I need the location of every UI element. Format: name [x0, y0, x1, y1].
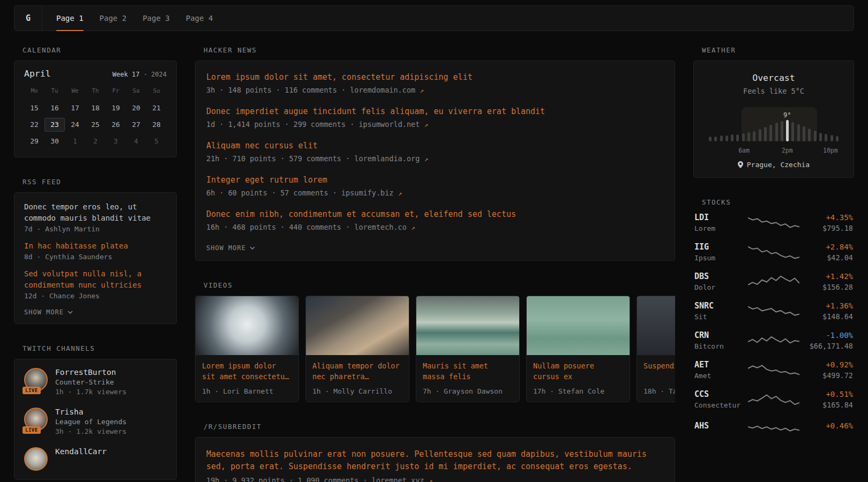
video-card[interactable]: Suspendisse diam 18h · Tara: [637, 296, 675, 402]
video-title[interactable]: Mauris sit amet massa felis: [423, 361, 513, 382]
live-badge: LIVE: [23, 426, 41, 434]
stock-change: +0.51%: [805, 390, 853, 398]
rss-item[interactable]: In hac habitasse platea 8d · Cynthia Sau…: [24, 240, 167, 261]
rss-item-title[interactable]: In hac habitasse platea: [24, 240, 167, 252]
video-title[interactable]: Suspendisse diam: [643, 361, 675, 372]
twitch-widget: TWITCH CHANNELS LIVE ForrestBurton Count…: [14, 344, 177, 480]
rss-widget: RSS FEED Donec tempor eros leo, ut commo…: [14, 178, 177, 324]
video-card[interactable]: Nullam posuere cursus ex 17h · Stefan Co…: [526, 296, 630, 402]
weather-hour-bar: [759, 129, 761, 141]
twitch-channel-row[interactable]: LIVE Trisha League of Legends 3h · 1.2k …: [24, 408, 167, 435]
video-card[interactable]: Aliquam tempor dolor nec pharetra… 1h · …: [305, 296, 409, 402]
videos-row: Lorem ipsum dolor sit amet consectetu… 1…: [195, 296, 675, 402]
video-title[interactable]: Aliquam tempor dolor nec pharetra…: [312, 361, 402, 382]
stock-id: IIG Ipsum: [694, 242, 743, 262]
external-link-icon[interactable]: ↗: [411, 223, 415, 231]
stock-row[interactable]: CRN Bitcorn -1.00% $66,171.48: [694, 330, 853, 350]
twitch-channel-row[interactable]: KendallCarr: [24, 447, 167, 471]
hn-item-domain[interactable]: loremtech.co: [354, 223, 407, 231]
stock-figures: -1.00% $66,171.48: [805, 331, 853, 350]
video-title[interactable]: Lorem ipsum dolor sit amet consectetu…: [202, 361, 292, 382]
stock-value: $66,171.48: [805, 342, 853, 350]
weather-hour-bar: [753, 131, 755, 141]
video-thumbnail: [527, 296, 630, 355]
app-logo[interactable]: G: [14, 6, 42, 31]
hn-item-title[interactable]: Donec enim nibh, condimentum et accumsan…: [206, 209, 516, 220]
weather-hour-bar: [825, 134, 827, 141]
stock-id: CRN Bitcorn: [694, 330, 743, 350]
stock-row[interactable]: DBS Dolor +1.42% $156.28: [694, 272, 853, 291]
calendar-day: 20: [126, 101, 146, 115]
show-more-label: SHOW MORE: [24, 308, 64, 316]
video-card[interactable]: Mauris sit amet massa felis 7h · Grayson…: [416, 296, 520, 402]
stock-sparkline: [743, 362, 805, 378]
hn-item-title[interactable]: Donec imperdiet augue tincidunt felis al…: [206, 106, 545, 117]
calendar-weekday: Th: [85, 85, 106, 99]
calendar-year: 2024: [151, 71, 167, 78]
stock-figures: +2.84% $42.04: [805, 243, 853, 262]
external-link-icon[interactable]: ↗: [398, 189, 402, 197]
video-card[interactable]: Lorem ipsum dolor sit amet consectetu… 1…: [195, 296, 299, 402]
external-link-icon[interactable]: ↗: [424, 155, 428, 163]
hn-item-title[interactable]: Integer eget rutrum lorem: [206, 175, 327, 186]
twitch-channel-name[interactable]: KendallCarr: [55, 447, 107, 456]
hn-item-title[interactable]: Aliquam nec cursus elit: [206, 140, 318, 152]
twitch-channel-info: KendallCarr: [55, 447, 107, 471]
weather-hour-bar: [731, 134, 734, 141]
rss-item[interactable]: Sed volutpat nulla nisl, a condimentum n…: [24, 268, 167, 300]
twitch-channel-info: ForrestBurton Counter-Strike 1h · 1.7k v…: [55, 368, 126, 396]
hn-item-domain[interactable]: ipsumworld.net: [358, 120, 420, 129]
calendar-widget: CALENDAR April Week 17 · 2024 MoTuWeThFr…: [14, 46, 177, 157]
page-tabs: Page 1 Page 2 Page 3 Page 4: [42, 6, 213, 31]
stock-row[interactable]: SNRC Sit +1.36% $148.64: [694, 301, 853, 321]
video-title[interactable]: Nullam posuere cursus ex: [533, 361, 623, 382]
video-thumbnail: [637, 296, 675, 355]
stock-ticker: IIG: [694, 242, 743, 252]
stock-figures: +0.92% $499.72: [805, 360, 853, 380]
hn-show-more-button[interactable]: SHOW MORE: [206, 244, 255, 252]
stock-name: Lorem: [694, 224, 743, 232]
video-meta: 1h · Molly Carrillo: [312, 382, 402, 395]
tab-page-4[interactable]: Page 4: [186, 6, 213, 31]
tab-page-1[interactable]: Page 1: [56, 6, 84, 31]
twitch-channel-meta: 1h · 1.7k viewers: [55, 388, 126, 396]
rss-item-title[interactable]: Donec tempor eros leo, ut commodo mauris…: [24, 201, 167, 224]
tab-page-2[interactable]: Page 2: [100, 6, 127, 31]
stock-row[interactable]: LDI Lorem +4.35% $795.18: [694, 213, 853, 232]
rss-show-more-button[interactable]: SHOW MORE: [24, 308, 73, 316]
hn-item-domain[interactable]: ipsumify.biz: [341, 189, 394, 197]
hn-item-stats: 6h · 60 points · 57 comments ·: [206, 189, 341, 197]
hn-item: Donec imperdiet augue tincidunt felis al…: [206, 106, 664, 129]
twitch-channel-row[interactable]: LIVE ForrestBurton Counter-Strike 1h · 1…: [24, 368, 167, 396]
stock-row[interactable]: IIG Ipsum +2.84% $42.04: [694, 242, 853, 262]
calendar-day: 30: [44, 134, 65, 148]
hn-item-domain[interactable]: loremlandia.org: [354, 154, 420, 163]
weather-hour-bar: [836, 136, 839, 141]
hn-item-meta: 6h · 60 points · 57 comments · ipsumify.…: [206, 189, 664, 197]
stock-row[interactable]: CCS Consectetur +0.51% $165.84: [694, 389, 853, 409]
stock-row[interactable]: AHS +0.46%: [694, 419, 853, 435]
hn-item: Aliquam nec cursus elit 21h · 710 points…: [206, 140, 664, 163]
rss-item-title[interactable]: Sed volutpat nulla nisl, a condimentum n…: [24, 268, 167, 291]
external-link-icon[interactable]: ↗: [424, 120, 428, 129]
stock-row[interactable]: AET Amet +0.92% $499.72: [694, 360, 853, 380]
hn-item-title[interactable]: Lorem ipsum dolor sit amet, consectetur …: [206, 72, 473, 83]
rss-item[interactable]: Donec tempor eros leo, ut commodo mauris…: [24, 201, 167, 233]
calendar-grid: MoTuWeThFrSaSu15161718192021222324252627…: [24, 85, 167, 148]
weather-hour-bar: [791, 122, 794, 141]
tab-page-3[interactable]: Page 3: [143, 6, 170, 31]
calendar-day: 16: [44, 101, 65, 115]
hn-item-domain[interactable]: loremdomain.com: [350, 86, 415, 94]
calendar-day: 15: [24, 101, 44, 115]
external-link-icon[interactable]: ↗: [429, 477, 433, 482]
hn-item-meta: 16h · 468 points · 440 comments · loremt…: [206, 223, 664, 231]
external-link-icon[interactable]: ↗: [420, 86, 424, 94]
weather-hour-bar: [736, 134, 739, 141]
calendar-day: 2: [85, 134, 106, 148]
stock-figures: +4.35% $795.18: [805, 213, 853, 232]
subreddit-post-domain[interactable]: loremnet.xyz: [372, 476, 424, 482]
subreddit-post-title[interactable]: Maecenas mollis pulvinar erat non posuer…: [206, 448, 664, 473]
twitch-channel-name[interactable]: ForrestBurton: [55, 368, 126, 376]
chevron-down-icon: [250, 246, 255, 250]
twitch-channel-name[interactable]: Trisha: [55, 408, 126, 416]
